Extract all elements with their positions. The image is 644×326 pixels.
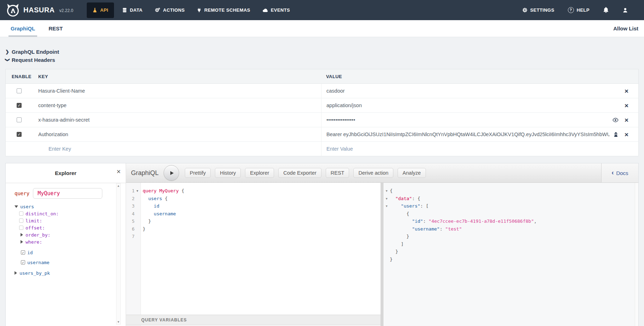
- response-line: "username": "test": [390, 225, 638, 233]
- header-key-input[interactable]: content-type: [38, 98, 321, 112]
- header-key-input[interactable]: Authorization: [38, 127, 321, 141]
- request-headers-toggle[interactable]: ❯ Request Headers: [5, 56, 639, 64]
- editor-code[interactable]: query MyQuery { users { id username }}: [141, 183, 381, 315]
- query-name-input[interactable]: [33, 188, 102, 199]
- toolbar-button-code-exporter[interactable]: Code Exporter: [278, 168, 321, 178]
- header-enable-checkbox[interactable]: [17, 117, 22, 122]
- detective-icon[interactable]: [613, 132, 619, 137]
- tab-rest[interactable]: REST: [49, 20, 63, 37]
- tree-item-order_by[interactable]: order_by:: [21, 231, 115, 238]
- fold-toggle-icon: [383, 233, 390, 240]
- tree-item-offset[interactable]: offset:: [19, 224, 115, 231]
- cloud-icon: [262, 8, 268, 12]
- header-key-input[interactable]: x-hasura-admin-secret: [38, 113, 321, 127]
- header-value-input[interactable]: ••••••••••••••••: [326, 117, 609, 123]
- nav-item-remote-schemas[interactable]: REMOTE SCHEMAS: [191, 0, 256, 20]
- help-icon: ?: [568, 7, 574, 13]
- nav-item-api[interactable]: API: [87, 2, 114, 18]
- tree-item-users_by_pk[interactable]: users_by_pk: [15, 269, 115, 276]
- account-button[interactable]: [616, 0, 635, 20]
- header-key-input[interactable]: Hasura-Client-Name: [38, 84, 321, 98]
- tree-item-where[interactable]: where:: [21, 238, 115, 245]
- line-number: 6: [126, 226, 135, 232]
- toolbar-button-prettify[interactable]: Prettify: [185, 168, 211, 178]
- col-value: VALUE: [321, 74, 638, 79]
- toolbar-button-history[interactable]: History: [215, 168, 241, 178]
- header-value-input[interactable]: application/json: [326, 103, 621, 108]
- nav-item-help[interactable]: ?HELP: [561, 0, 596, 20]
- header-value-input[interactable]: Bearer eyJhbGciOiJSUzI1NiIsImtpZCI6ImNlc…: [326, 132, 610, 137]
- header-enable-checkbox[interactable]: ✓: [17, 103, 22, 108]
- explorer-pane: Explorer × query usersdistinct_on:limit:…: [6, 163, 126, 326]
- toolbar-button-derive-action[interactable]: Derive action: [353, 168, 393, 178]
- tree-item-label: distinct_on:: [25, 211, 59, 216]
- scroll-down-icon[interactable]: ▼: [118, 320, 119, 324]
- nav-item-label: DATA: [130, 7, 143, 13]
- api-tabs: GraphiQL REST Allow List: [0, 20, 644, 37]
- fold-toggle-icon[interactable]: ▾: [383, 195, 390, 203]
- tab-graphiql[interactable]: GraphiQL: [11, 20, 35, 37]
- header-value-input[interactable]: casdoor: [326, 88, 621, 94]
- fold-toggle-icon[interactable]: ▾: [383, 187, 390, 195]
- caret-right-icon: [15, 271, 17, 275]
- nav-item-settings[interactable]: SETTINGS: [515, 0, 561, 20]
- tree-item-username[interactable]: ✓username: [21, 259, 115, 266]
- tree-item-id[interactable]: ✓id: [21, 249, 115, 256]
- response-scrollbar[interactable]: [635, 183, 638, 326]
- gutter-line: 3: [126, 202, 141, 210]
- code-line: }: [143, 217, 381, 225]
- code-line: id: [143, 202, 381, 210]
- query-variables-bar[interactable]: QUERY VARIABLES: [126, 315, 381, 325]
- line-number: 3: [126, 203, 135, 209]
- scroll-up-icon[interactable]: ▲: [118, 184, 119, 187]
- tree-item-distinct_on[interactable]: distinct_on:: [19, 210, 115, 217]
- tree-checkbox[interactable]: [19, 211, 23, 216]
- close-icon[interactable]: ×: [625, 131, 628, 138]
- explorer-title: Explorer: [55, 170, 76, 176]
- explorer-scrollbar[interactable]: ▲ ▼: [116, 183, 121, 325]
- toolbar-button-rest[interactable]: REST: [326, 168, 349, 178]
- header-value-cell: Bearer eyJhbGciOiJSUzI1NiIsImtpZCI6ImNlc…: [321, 127, 638, 141]
- header-enable-checkbox[interactable]: [17, 88, 22, 93]
- fold-toggle-icon: [383, 210, 390, 218]
- new-header-key-input[interactable]: Enter Key: [38, 142, 321, 156]
- tree-checkbox[interactable]: [19, 219, 23, 223]
- tree-checkbox[interactable]: [19, 226, 23, 230]
- fold-toggle-icon: [383, 217, 390, 225]
- toolbar-button-explorer[interactable]: Explorer: [245, 168, 274, 178]
- close-icon[interactable]: ×: [625, 102, 628, 109]
- gutter-line: 6: [126, 225, 141, 233]
- explorer-close-icon[interactable]: ×: [116, 168, 121, 175]
- close-icon[interactable]: ×: [625, 117, 628, 123]
- eye-icon[interactable]: [612, 118, 619, 122]
- graphql-endpoint-toggle[interactable]: ❯ GraphQL Endpoint: [5, 48, 639, 56]
- docs-button[interactable]: ‹ Docs: [601, 163, 638, 182]
- toolbar-button-analyze[interactable]: Analyze: [398, 168, 426, 178]
- tree-item-users[interactable]: users: [15, 203, 115, 210]
- pane-resize-handle[interactable]: [381, 183, 383, 326]
- execute-query-button[interactable]: [164, 165, 179, 181]
- query-editor[interactable]: 1▾234567 query MyQuery { users { id user…: [126, 183, 381, 315]
- fold-toggle-icon[interactable]: ▾: [135, 189, 140, 193]
- response-line: }: [390, 233, 638, 240]
- tree-item-limit[interactable]: limit:: [19, 217, 115, 224]
- nav-item-data[interactable]: DATA: [116, 0, 149, 20]
- col-enable: ENABLE: [6, 74, 38, 79]
- header-enable-checkbox[interactable]: ✓: [17, 132, 22, 137]
- header-row-actions: ×: [625, 88, 638, 94]
- notifications-button[interactable]: [596, 0, 616, 20]
- page-content: ❯ GraphQL Endpoint ❯ Request Headers ENA…: [0, 48, 644, 326]
- nav-item-actions[interactable]: ACTIONS: [149, 0, 191, 20]
- new-header-value-input[interactable]: Enter Value: [321, 142, 638, 156]
- allow-list-link[interactable]: Allow List: [613, 20, 638, 37]
- tree-checkbox[interactable]: ✓: [21, 250, 25, 255]
- plug-icon: [197, 7, 201, 13]
- nav-item-events[interactable]: EVENTS: [256, 0, 296, 20]
- header-enable-cell: [6, 113, 38, 127]
- fold-toggle-icon[interactable]: ▾: [383, 202, 390, 210]
- hasura-logo[interactable]: HASURA v2.22.0: [6, 3, 73, 17]
- header-row-actions: ×: [613, 131, 638, 138]
- top-navbar: HASURA v2.22.0 APIDATAACTIONSREMOTE SCHE…: [0, 0, 644, 20]
- tree-checkbox[interactable]: ✓: [21, 260, 25, 264]
- close-icon[interactable]: ×: [625, 88, 628, 94]
